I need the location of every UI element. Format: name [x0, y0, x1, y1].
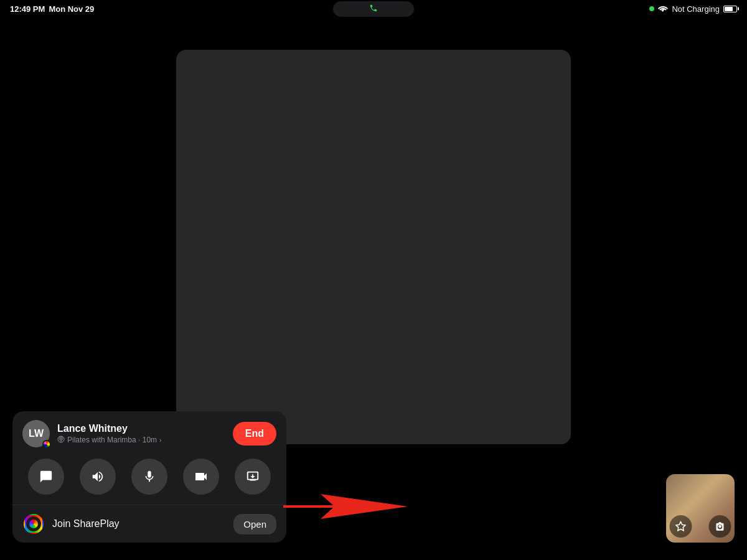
call-pill[interactable]: [333, 1, 414, 17]
shareplay-logo-inner: [26, 516, 41, 531]
open-shareplay-button[interactable]: Open: [233, 514, 276, 534]
status-left: 12:49 PM Mon Nov 29: [10, 4, 94, 14]
active-dot: [649, 6, 654, 11]
time-display: 12:49 PM: [10, 4, 45, 14]
avatar-initials: LW: [29, 428, 44, 439]
shareplay-label: Join SharePlay: [52, 518, 226, 530]
not-charging-label: Not Charging: [672, 4, 720, 14]
self-view-buttons: [670, 515, 731, 538]
camera-button[interactable]: [709, 515, 731, 538]
shareplay-logo: [24, 514, 44, 534]
chevron-icon: ›: [159, 437, 161, 444]
date-display: Mon Nov 29: [49, 4, 94, 14]
call-controls: LW Lance Whitney Pilates with Marimba · …: [12, 411, 286, 543]
caller-info: Lance Whitney Pilates with Marimba · 10m…: [57, 423, 225, 444]
end-call-button[interactable]: End: [233, 422, 276, 446]
shareplay-icon: [22, 513, 45, 535]
action-buttons: [12, 456, 286, 505]
svg-marker-2: [676, 522, 685, 531]
favorites-button[interactable]: [670, 515, 692, 538]
status-center: [333, 1, 414, 17]
phone-icon: [369, 4, 378, 14]
video-area: [176, 50, 571, 444]
wifi-icon: [658, 4, 668, 14]
message-button[interactable]: [28, 459, 64, 495]
video-button[interactable]: [183, 459, 219, 495]
shareplay-row: Join SharePlay Open: [12, 505, 286, 543]
caller-subtitle: Pilates with Marimba · 10m ›: [57, 436, 225, 444]
subtitle-text: Pilates with Marimba · 10m: [67, 436, 157, 444]
speaker-button[interactable]: [80, 459, 116, 495]
avatar-ring: [42, 440, 51, 449]
svg-marker-1: [283, 494, 408, 519]
sharescreen-button[interactable]: [235, 459, 271, 495]
status-right: Not Charging: [649, 4, 737, 14]
caller-avatar: LW: [22, 420, 50, 447]
caller-name: Lance Whitney: [57, 423, 225, 434]
caller-row: LW Lance Whitney Pilates with Marimba · …: [12, 411, 286, 456]
self-view: [666, 474, 735, 543]
arrow-indicator: [283, 488, 408, 528]
subtitle-icon: [57, 436, 65, 444]
battery-indicator: [723, 6, 737, 12]
status-bar: 12:49 PM Mon Nov 29 Not Charging: [0, 0, 747, 17]
microphone-button[interactable]: [131, 459, 167, 495]
